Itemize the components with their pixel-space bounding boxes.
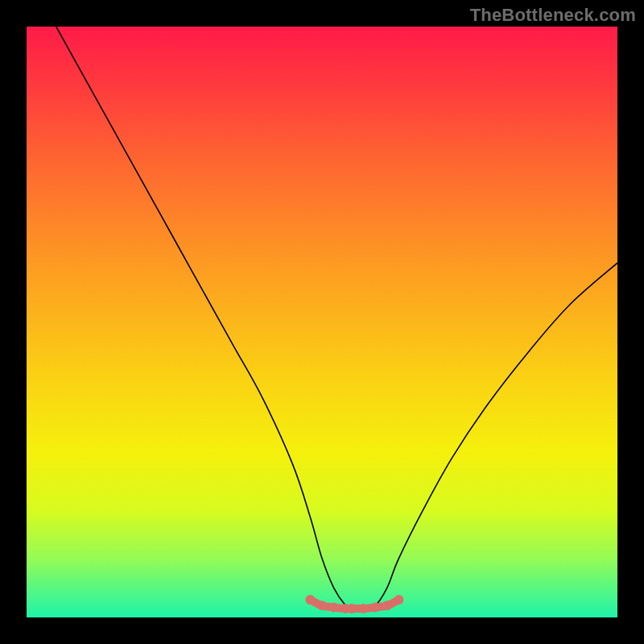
watermark-text: TheBottleneck.com <box>470 5 636 26</box>
plot-background <box>27 27 617 617</box>
optimal-range-marker <box>394 595 403 605</box>
optimal-range-marker <box>305 595 315 605</box>
chart-frame <box>0 0 644 644</box>
bottleneck-chart <box>0 0 644 644</box>
optimal-range-marker <box>382 601 392 610</box>
optimal-range-marker <box>329 603 339 613</box>
optimal-range-marker <box>370 603 380 613</box>
optimal-range-marker <box>317 601 327 610</box>
optimal-range-marker <box>347 604 357 613</box>
optimal-range-marker <box>358 604 368 613</box>
